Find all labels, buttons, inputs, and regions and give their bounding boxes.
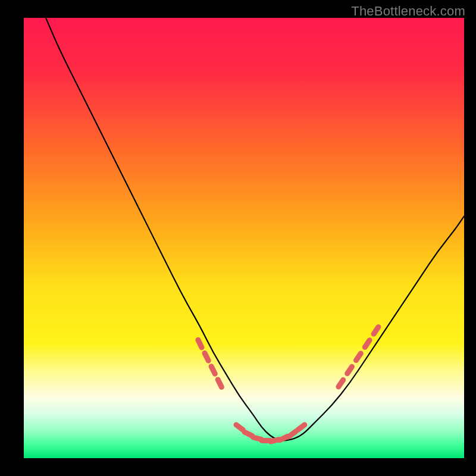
chart-svg	[24, 18, 464, 458]
highlight-dot	[245, 432, 252, 436]
highlight-dot	[205, 353, 208, 361]
attribution-label: TheBottleneck.com	[351, 4, 465, 19]
highlight-dot	[280, 437, 287, 440]
plot-area	[24, 18, 464, 458]
gradient-background	[24, 18, 464, 458]
highlight-dot	[211, 367, 215, 374]
highlight-dot	[218, 380, 221, 387]
highlight-dot	[198, 340, 202, 347]
chart-frame: TheBottleneck.com	[0, 0, 476, 476]
